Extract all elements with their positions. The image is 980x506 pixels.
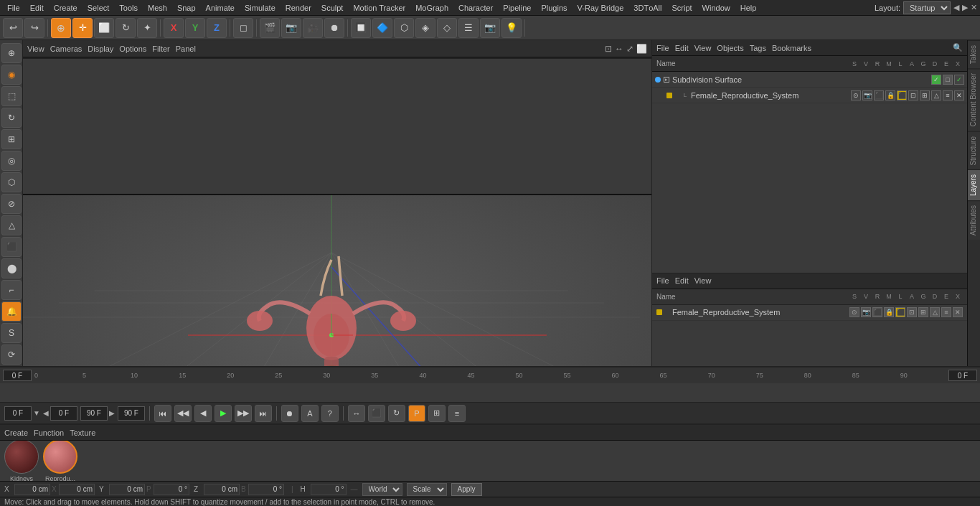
sidebar-btn-3[interactable]: ⬚ xyxy=(1,86,22,106)
am-icon-8[interactable]: △ xyxy=(930,307,940,317)
menu-vray[interactable]: V-Ray Bridge xyxy=(573,2,628,14)
axis-x-button[interactable]: X xyxy=(164,18,184,38)
obj-repro-icon-4[interactable]: 🔒 xyxy=(885,90,895,100)
obj-repro-icon-1[interactable]: ⊙ xyxy=(851,90,861,100)
transform-tool-button[interactable]: ✦ xyxy=(137,18,157,38)
om-menu-tags[interactable]: Tags xyxy=(750,44,766,52)
menu-create[interactable]: Create xyxy=(50,2,82,14)
next-frame-button[interactable]: ▶▶ xyxy=(235,405,252,422)
viewport-top[interactable]: Perspective xyxy=(23,57,651,59)
sidebar-btn-15[interactable]: ⟳ xyxy=(1,345,22,365)
am-icon-7[interactable]: ⊞ xyxy=(918,307,928,317)
sidebar-btn-8[interactable]: ⊘ xyxy=(1,194,22,214)
vp-icon-3[interactable]: ⤢ xyxy=(626,44,633,54)
frame-start-input[interactable] xyxy=(50,406,77,421)
object-collapse-subdivision[interactable]: ▸ xyxy=(664,77,669,83)
vtab-content-browser[interactable]: Content Browser xyxy=(968,68,980,131)
obj-repro-icon-7[interactable]: ⊞ xyxy=(920,90,930,100)
move-key-button[interactable]: ↔ xyxy=(348,405,365,422)
coord-scale-select[interactable]: Scale xyxy=(407,483,447,496)
obj-repro-icon-10[interactable]: ✕ xyxy=(954,90,964,100)
am-icon-9[interactable]: ≡ xyxy=(941,307,951,317)
mat-menu-texture[interactable]: Texture xyxy=(70,428,95,437)
menu-script[interactable]: Script xyxy=(667,2,696,14)
menu-tools[interactable]: Tools xyxy=(115,2,142,14)
material-item-kidneys[interactable]: Kidneys xyxy=(4,441,39,481)
material-item-reproductive[interactable]: Reprodu... xyxy=(43,441,77,481)
scale-tool-button[interactable]: ⬜ xyxy=(94,18,114,38)
undo-button[interactable]: ↩ xyxy=(3,18,23,38)
obj-repro-icon-9[interactable]: ≡ xyxy=(943,90,953,100)
sidebar-btn-10[interactable]: ⬛ xyxy=(1,237,22,257)
menu-plugins[interactable]: Plugins xyxy=(537,2,571,14)
menu-file[interactable]: File xyxy=(3,2,24,14)
sidebar-btn-9[interactable]: △ xyxy=(1,215,22,235)
menu-help[interactable]: Help xyxy=(736,2,761,14)
help-button[interactable]: ? xyxy=(321,405,339,422)
menu-motion-tracker[interactable]: Motion Tracker xyxy=(349,2,410,14)
vp-menu-view[interactable]: View xyxy=(27,44,44,53)
vp-menu-filter[interactable]: Filter xyxy=(152,44,169,53)
obj-repro-icon-8[interactable]: △ xyxy=(931,90,941,100)
view-mode-1[interactable]: 🔲 xyxy=(351,18,371,38)
preview-button[interactable]: P xyxy=(408,405,425,422)
menu-3dtoall[interactable]: 3DTоAll xyxy=(629,2,666,14)
frame-arrow-down[interactable]: ▼ xyxy=(33,409,40,417)
apply-button[interactable]: Apply xyxy=(451,483,482,496)
menu-edit[interactable]: Edit xyxy=(26,2,48,14)
render-region[interactable]: 🎥 xyxy=(303,18,323,38)
prev-frame-button[interactable]: ◀◀ xyxy=(174,405,192,422)
select-tool-button[interactable]: ✛ xyxy=(72,18,93,38)
goto-end-button[interactable]: ⏭ xyxy=(255,405,272,422)
vp-icon-4[interactable]: ⬜ xyxy=(636,44,647,54)
vtab-takes[interactable]: Takes xyxy=(968,40,980,68)
menu-sculpt[interactable]: Sculpt xyxy=(317,2,348,14)
move-tool-button[interactable]: ⊕ xyxy=(51,18,71,38)
om-search-icon[interactable]: 🔍 xyxy=(953,43,963,52)
menu-window[interactable]: Window xyxy=(698,2,735,14)
am-icon-10[interactable]: ✕ xyxy=(953,307,963,317)
menu-simulate[interactable]: Simulate xyxy=(240,2,280,14)
play-reverse-button[interactable]: ◀ xyxy=(194,405,212,422)
vtab-attributes[interactable]: Attributes xyxy=(968,200,980,240)
sidebar-btn-2[interactable]: ◉ xyxy=(1,65,22,85)
am-icon-5[interactable]: ⬛ xyxy=(895,307,905,317)
am-menu-edit[interactable]: Edit xyxy=(675,276,689,285)
sidebar-btn-1[interactable]: ⊕ xyxy=(1,43,22,63)
am-icon-2[interactable]: 📷 xyxy=(861,307,871,317)
autokey-button[interactable]: A xyxy=(301,405,319,422)
obj-icon-check-green[interactable]: ✓ xyxy=(931,75,941,85)
mat-menu-create[interactable]: Create xyxy=(4,428,28,437)
menu-pipeline[interactable]: Pipeline xyxy=(499,2,535,14)
vp-menu-panel[interactable]: Panel xyxy=(176,44,196,53)
grid-button[interactable]: ⊞ xyxy=(428,405,446,422)
obj-repro-icon-2[interactable]: 📷 xyxy=(862,90,872,100)
loop-button[interactable]: ↻ xyxy=(388,405,405,422)
menu-animate[interactable]: Animate xyxy=(202,2,239,14)
menu-snap[interactable]: Snap xyxy=(173,2,200,14)
obj-icon-1[interactable]: □ xyxy=(943,75,953,85)
frame-current-input[interactable] xyxy=(4,406,32,421)
menu-mograph[interactable]: MoGraph xyxy=(411,2,453,14)
axis-z-button[interactable]: Z xyxy=(207,18,227,38)
view-mode-6[interactable]: ☰ xyxy=(458,18,479,38)
obj-repro-icon-6[interactable]: ⊡ xyxy=(908,90,918,100)
vp-menu-options[interactable]: Options xyxy=(119,44,146,53)
vp-icon-2[interactable]: ↔ xyxy=(615,44,623,54)
goto-start-button[interactable]: ⏮ xyxy=(154,405,171,422)
obj-repro-icon-5[interactable]: ⬛ xyxy=(897,90,907,100)
menu-select[interactable]: Select xyxy=(83,2,114,14)
layout-close[interactable]: ✕ xyxy=(971,3,977,12)
am-menu-file[interactable]: File xyxy=(656,276,669,285)
om-menu-view[interactable]: View xyxy=(694,44,712,52)
view-mode-4[interactable]: ◈ xyxy=(415,18,435,38)
sidebar-btn-7[interactable]: ⬡ xyxy=(1,172,22,192)
tree-row-reproductive[interactable]: L Female_Reproductive_System ⊙ 📷 ⬛ 🔒 ⬛ ⊡… xyxy=(652,88,967,103)
menu-render[interactable]: Render xyxy=(281,2,316,14)
timeline-right-frame[interactable]: 0 F xyxy=(948,370,977,381)
obj-repro-icon-3[interactable]: ⬛ xyxy=(874,90,884,100)
om-menu-edit[interactable]: Edit xyxy=(675,44,689,52)
mat-menu-function[interactable]: Function xyxy=(34,428,64,437)
timeline-current-frame[interactable]: 0 F xyxy=(3,370,32,381)
obj-icon-checkmark[interactable]: ✓ xyxy=(954,75,964,85)
